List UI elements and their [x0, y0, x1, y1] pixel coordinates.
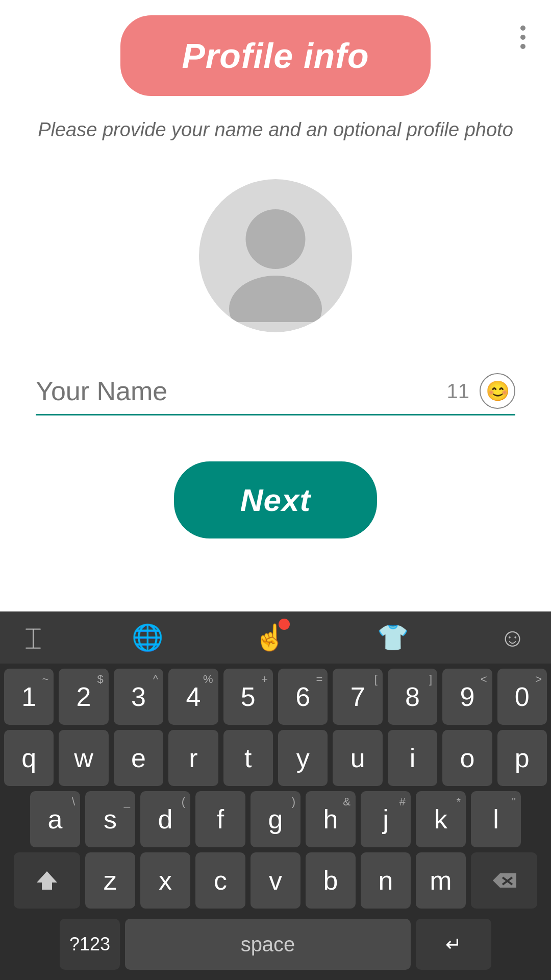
shift-key[interactable]: [14, 852, 80, 909]
svg-point-0: [246, 209, 306, 269]
key-z[interactable]: z: [85, 852, 135, 909]
key-r[interactable]: r: [168, 730, 218, 786]
key-a[interactable]: a\: [30, 791, 80, 847]
key-m[interactable]: m: [416, 852, 466, 909]
key-i[interactable]: i: [388, 730, 437, 786]
key-k[interactable]: k*: [416, 791, 466, 847]
header: Profile info: [0, 0, 551, 106]
key-5[interactable]: 5+: [223, 669, 273, 725]
key-1[interactable]: 1~: [4, 669, 54, 725]
key-f[interactable]: f: [195, 791, 245, 847]
name-input-row: 11 😊: [36, 373, 515, 415]
record-indicator: [279, 619, 290, 630]
key-l[interactable]: l": [471, 791, 521, 847]
delete-key[interactable]: [471, 852, 537, 909]
key-6[interactable]: 6=: [278, 669, 328, 725]
keyboard: ⌶ 🌐 ☝ 👕 ☺ 1~ 2$ 3^ 4% 5+ 6= 7[ 8] 9< 0> …: [0, 611, 551, 980]
more-menu-button[interactable]: [520, 26, 525, 49]
key-u[interactable]: u: [333, 730, 382, 786]
avatar[interactable]: [199, 179, 352, 332]
smiley-icon[interactable]: ☺: [499, 623, 525, 652]
key-g[interactable]: g): [251, 791, 300, 847]
name-input[interactable]: [36, 376, 447, 406]
avatar-placeholder-icon: [209, 189, 342, 322]
qwerty-row: q w e r t y u i o p: [4, 730, 547, 786]
keyboard-toolbar: ⌶ 🌐 ☝ 👕 ☺: [0, 611, 551, 664]
next-button-label: Next: [240, 482, 311, 518]
text-cursor-icon[interactable]: ⌶: [26, 623, 41, 652]
key-n[interactable]: n: [361, 852, 411, 909]
bottom-row: ?123 space ↵: [0, 914, 551, 980]
key-4[interactable]: 4%: [168, 669, 218, 725]
key-v[interactable]: v: [251, 852, 300, 909]
key-t[interactable]: t: [223, 730, 273, 786]
key-p[interactable]: p: [497, 730, 547, 786]
char-count: 11: [447, 380, 470, 403]
page-title: Profile info: [182, 36, 369, 75]
key-c[interactable]: c: [195, 852, 245, 909]
key-8[interactable]: 8]: [388, 669, 437, 725]
enter-key[interactable]: ↵: [416, 919, 491, 970]
title-badge: Profile info: [120, 15, 430, 96]
delete-icon: [491, 871, 517, 890]
key-x[interactable]: x: [140, 852, 190, 909]
key-h[interactable]: h&: [306, 791, 356, 847]
key-d[interactable]: d(: [140, 791, 190, 847]
space-key[interactable]: space: [125, 919, 411, 970]
zxcv-row: z x c v b n m: [4, 852, 547, 909]
key-o[interactable]: o: [442, 730, 492, 786]
avatar-container: [0, 164, 551, 363]
key-2[interactable]: 2$: [59, 669, 108, 725]
svg-point-1: [229, 276, 322, 322]
svg-marker-2: [37, 871, 57, 890]
key-9[interactable]: 9<: [442, 669, 492, 725]
asdf-row: a\ s_ d( f g) h& j# k* l": [4, 791, 547, 847]
next-button[interactable]: Next: [174, 461, 377, 538]
key-y[interactable]: y: [278, 730, 328, 786]
key-j[interactable]: j#: [361, 791, 411, 847]
globe-icon[interactable]: 🌐: [132, 623, 163, 652]
key-s[interactable]: s_: [85, 791, 135, 847]
emoji-icon: 😊: [486, 380, 510, 402]
shirt-icon[interactable]: 👕: [377, 623, 409, 652]
key-b[interactable]: b: [306, 852, 356, 909]
number-row: 1~ 2$ 3^ 4% 5+ 6= 7[ 8] 9< 0>: [4, 669, 547, 725]
keyboard-rows: 1~ 2$ 3^ 4% 5+ 6= 7[ 8] 9< 0> q w e r t …: [0, 664, 551, 914]
key-3[interactable]: 3^: [114, 669, 163, 725]
key-q[interactable]: q: [4, 730, 54, 786]
key-w[interactable]: w: [59, 730, 108, 786]
shift-icon: [35, 868, 59, 893]
hand-icon[interactable]: ☝: [254, 623, 286, 652]
key-7[interactable]: 7[: [333, 669, 382, 725]
emoji-button[interactable]: 😊: [480, 373, 515, 409]
next-button-container: Next: [0, 421, 551, 564]
key-0[interactable]: 0>: [497, 669, 547, 725]
name-field-section: 11 😊: [0, 363, 551, 421]
symbols-key[interactable]: ?123: [60, 919, 120, 970]
key-e[interactable]: e: [114, 730, 163, 786]
subtitle-text: Please provide your name and an optional…: [0, 106, 551, 164]
